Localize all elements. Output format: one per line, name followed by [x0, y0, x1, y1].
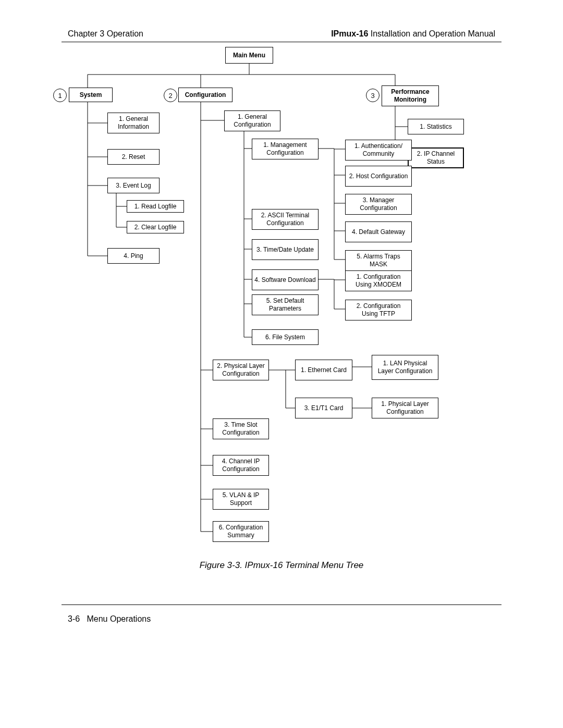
cfg-channel-ip: 4. Channel IP Configuration: [213, 455, 269, 476]
gen-mgmt-config: 1. Management Configuration: [252, 139, 319, 159]
page-header: Chapter 3 Operation IPmux-16 Installatio…: [68, 29, 495, 39]
perf-statistics: 1. Statistics: [408, 119, 464, 134]
circle-2: 2: [164, 89, 177, 102]
pl-lan-phys: 1. LAN Physical Layer Configuration: [372, 355, 438, 380]
page-footer: 3-6 Menu Operations: [68, 614, 151, 624]
branch-system: System: [69, 88, 113, 102]
header-rule: [62, 42, 501, 42]
footer-title: Menu Operations: [87, 614, 151, 623]
branch-performance: Performance Monitoring: [382, 85, 439, 106]
sys-ping: 4. Ping: [107, 248, 160, 264]
pl-ethernet-card: 1. Ethernet Card: [295, 360, 352, 380]
gen-ascii: 2. ASCII Terminal Configuration: [252, 209, 319, 230]
circle-3: 3: [366, 89, 380, 102]
pl-phys-config: 1. Physical Layer Configuration: [372, 398, 438, 418]
sys-read-logfile: 1. Read Logfile: [127, 200, 184, 213]
sys-eventlog: 3. Event Log: [107, 178, 160, 193]
gen-set-default: 5. Set Default Parameters: [252, 294, 319, 315]
header-right: IPmux-16 Installation and Operation Manu…: [331, 29, 495, 39]
gen-software-dl: 4. Software Download: [252, 269, 319, 290]
branch-configuration: Configuration: [178, 88, 232, 102]
figure-caption: Figure 3-3. IPmux-16 Terminal Menu Tree: [0, 560, 563, 571]
footer-rule: [62, 604, 501, 605]
sw-tftp: 2. Configuration Using TFTP: [345, 300, 412, 320]
cfg-general: 1. General Configuration: [224, 110, 280, 131]
cfg-timeslot: 3. Time Slot Configuration: [213, 418, 269, 439]
footer-page: 3-6: [68, 614, 80, 623]
mgmt-auth: 1. Authentication/ Community: [345, 140, 412, 161]
gen-time-date: 3. Time/Date Update: [252, 239, 319, 260]
sys-general-info: 1. General Information: [107, 113, 160, 133]
menu-tree-diagram: Main Menu 1 2 3 System Configuration Per…: [62, 46, 501, 551]
gen-file-system: 6. File System: [252, 329, 319, 345]
mgmt-alarm-mask: 5. Alarms Traps MASK: [345, 250, 412, 271]
mgmt-default-gw: 4. Default Gateway: [345, 221, 412, 242]
root-box: Main Menu: [225, 47, 273, 64]
cfg-summary: 6. Configuration Summary: [213, 521, 269, 542]
mgmt-host: 2. Host Configuration: [345, 166, 412, 187]
sw-xmodem: 1. Configuration Using XMODEM: [345, 270, 412, 291]
circle-1: 1: [53, 89, 67, 102]
cfg-physical-layer: 2. Physical Layer Configuration: [213, 360, 269, 380]
sys-clear-logfile: 2. Clear Logfile: [127, 221, 184, 233]
perf-ip-channel: 2. IP Channel Status: [408, 147, 464, 168]
sys-reset: 2. Reset: [107, 149, 160, 165]
pl-e1t1-card: 3. E1/T1 Card: [295, 398, 352, 418]
cfg-vlan-ip: 5. VLAN & IP Support: [213, 489, 269, 510]
mgmt-manager: 3. Manager Configuration: [345, 194, 412, 215]
header-left: Chapter 3 Operation: [68, 29, 143, 39]
